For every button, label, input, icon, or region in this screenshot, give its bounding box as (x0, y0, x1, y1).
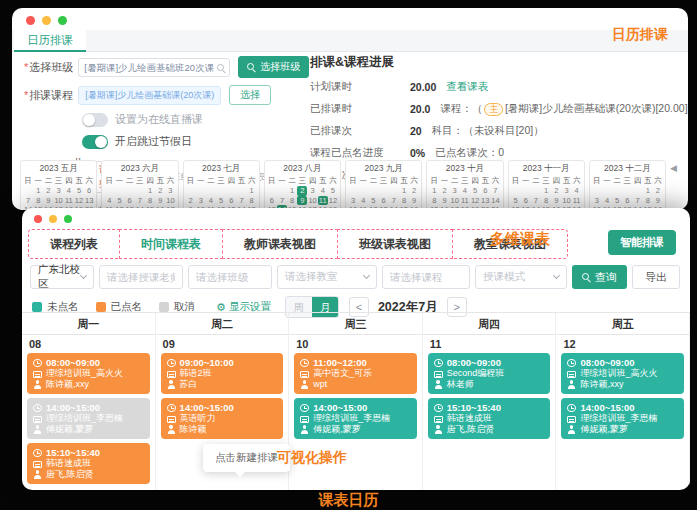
calendar-day[interactable]: 8 (399, 196, 409, 206)
calendar-day[interactable]: 3 (165, 186, 175, 196)
calendar-day[interactable]: 4 (104, 196, 114, 206)
calendar-day[interactable]: 6 (521, 196, 531, 206)
calendar-day[interactable]: 3 (54, 186, 64, 196)
calendar-day[interactable]: 5 (74, 186, 84, 196)
calendar-day[interactable]: 2 (297, 186, 307, 196)
calendar-day[interactable]: 1 (541, 186, 551, 196)
calendar-day[interactable]: 6 (480, 186, 490, 196)
close-traffic-light[interactable] (26, 16, 35, 25)
calendar-day[interactable]: 6 (379, 196, 389, 206)
class-filter-input[interactable] (188, 265, 272, 289)
class-input[interactable]: [暑期课]少儿绘画基础班20次课 (78, 58, 230, 77)
calendar-day[interactable]: 1 (287, 186, 297, 196)
calendar-day[interactable]: 12 (328, 196, 338, 206)
smart-scheduling-button[interactable]: 智能排课 (608, 230, 676, 255)
calendar-day[interactable]: 2 (155, 186, 165, 196)
calendar-day[interactable]: 6 (125, 196, 135, 206)
zoom-traffic-light[interactable] (64, 215, 72, 223)
calendar-day[interactable]: 9 (653, 196, 663, 206)
calendar-day[interactable]: 9 (297, 196, 307, 206)
tab-time-timetable[interactable]: 时间课程表 (119, 229, 223, 259)
calendar-day[interactable]: 11 (318, 196, 328, 206)
calendar-day[interactable]: 10 (165, 196, 175, 206)
calendar-day[interactable]: 2 (43, 186, 53, 196)
calendar-day[interactable]: 8 (643, 196, 653, 206)
calendar-day[interactable]: 11 (64, 196, 74, 206)
calendar-day[interactable]: 5 (470, 186, 480, 196)
calendar-day[interactable]: 10 (561, 196, 571, 206)
tab-course-list[interactable]: 课程列表 (28, 229, 120, 259)
minimize-traffic-light[interactable] (49, 215, 57, 223)
calendar-day[interactable]: 10 (307, 196, 317, 206)
calendar-day[interactable]: 3 (561, 186, 571, 196)
calendar-day[interactable]: 9 (551, 196, 561, 206)
calendar-day[interactable]: 8 (145, 196, 155, 206)
minimize-traffic-light[interactable] (42, 16, 51, 25)
calendar-day[interactable]: 13 (84, 196, 94, 206)
tab-teacher-view[interactable]: 教师课表视图 (222, 229, 338, 259)
schedule-card[interactable]: 08:00~09:00Second编程班林老师 (428, 353, 551, 394)
calendar-day[interactable]: 5 (511, 196, 521, 206)
calendar-day[interactable]: 4 (64, 186, 74, 196)
calendar-day[interactable]: 4 (602, 196, 612, 206)
calendar-day[interactable]: 3 (196, 196, 206, 206)
schedule-card[interactable]: 08:00~09:00理综培训班_高火火陈诗颖,xxy (27, 353, 150, 394)
tab-class-view[interactable]: 班级课表视图 (337, 229, 453, 259)
calendar-day[interactable]: 6 (622, 196, 632, 206)
tab-calendar-scheduling[interactable]: 日历排课 (14, 30, 86, 52)
schedule-card[interactable]: 14:00~15:00理综培训班_李思楠傅妮颖,蒙萝 (27, 398, 150, 439)
calendar-day[interactable]: 14 (490, 196, 500, 206)
campus-select[interactable]: 广东北校区 (30, 265, 94, 289)
calendar-day[interactable]: 7 (632, 196, 642, 206)
calendar-day[interactable]: 5 (328, 186, 338, 196)
calendar-day[interactable]: 5 (368, 196, 378, 206)
export-button[interactable]: 导出 (632, 265, 680, 289)
schedule-card[interactable]: 15:10~15:40韩语速成班唐飞,陈启贤 (428, 398, 551, 439)
calendar-day[interactable]: 6 (226, 196, 236, 206)
calendar-day[interactable]: 3 (450, 186, 460, 196)
calendar-day[interactable]: 10 (54, 196, 64, 206)
calendar-day[interactable]: 4 (460, 186, 470, 196)
calendar-day[interactable]: 3 (592, 196, 602, 206)
schedule-card[interactable]: 15:10~15:40韩语速成班唐飞,陈启贤 (27, 443, 150, 484)
calendar-day[interactable]: 2 (186, 196, 196, 206)
calendar-day[interactable]: 12 (470, 196, 480, 206)
calendar-day[interactable]: 1 (429, 186, 439, 196)
calendar-day[interactable]: 5 (114, 196, 124, 206)
calendar-prev-icon[interactable]: ◀ (670, 163, 680, 173)
calendar-day[interactable]: 10 (450, 196, 460, 206)
calendar-day[interactable]: 8 (247, 196, 257, 206)
calendar-day[interactable]: 11 (572, 196, 582, 206)
schedule-card[interactable]: 08:00~09:00理综培训班_高火火陈诗颖,xxy (561, 353, 684, 394)
schedule-card[interactable]: 09:00~10:00韩语2班苏白 (161, 353, 284, 394)
calendar-day[interactable]: 9 (409, 196, 419, 206)
calendar-day[interactable]: 3 (348, 196, 358, 206)
schedule-card[interactable]: 14:00~15:00理综培训班_李思楠傅妮颖,蒙萝 (561, 398, 684, 439)
skip-holiday-toggle[interactable] (82, 135, 108, 149)
calendar-day[interactable]: 9 (155, 196, 165, 206)
calendar-day[interactable]: 5 (216, 196, 226, 206)
calendar-day[interactable]: 7 (490, 186, 500, 196)
day-column[interactable]: 1208:00~09:00理综培训班_高火火陈诗颖,xxy14:00~15:00… (556, 335, 690, 490)
view-timetable-link[interactable]: 查看课表 (446, 80, 488, 94)
calendar-day[interactable]: 3 (307, 186, 317, 196)
calendar-day[interactable]: 13 (480, 196, 490, 206)
calendar-day[interactable]: 6 (84, 186, 94, 196)
day-column[interactable]: 1108:00~09:00Second编程班林老师15:10~15:40韩语速成… (423, 335, 557, 490)
live-class-toggle[interactable] (82, 113, 108, 127)
calendar-day[interactable]: 1 (399, 186, 409, 196)
schedule-card[interactable]: 14:00~15:00理综培训班_李思楠傅妮颖,蒙萝 (294, 398, 417, 439)
calendar-day[interactable]: 9 (43, 196, 53, 206)
teaching-mode-select[interactable]: 授课模式 (475, 265, 567, 289)
calendar-day[interactable]: 6 (267, 196, 277, 206)
calendar-day[interactable]: 1 (247, 186, 257, 196)
calendar-day[interactable]: 8 (287, 196, 297, 206)
choose-class-button[interactable]: 选择班级 (238, 56, 309, 78)
calendar-day[interactable]: 12 (74, 196, 84, 206)
calendar-day[interactable]: 1 (33, 186, 43, 196)
calendar-day[interactable]: 1 (643, 186, 653, 196)
calendar-day[interactable]: 7 (389, 196, 399, 206)
schedule-card[interactable]: 14:00~15:00英语听力陈诗颖 (161, 398, 284, 439)
room-select[interactable]: 请选择教室 (277, 265, 377, 289)
calendar-day[interactable]: 2 (653, 186, 663, 196)
